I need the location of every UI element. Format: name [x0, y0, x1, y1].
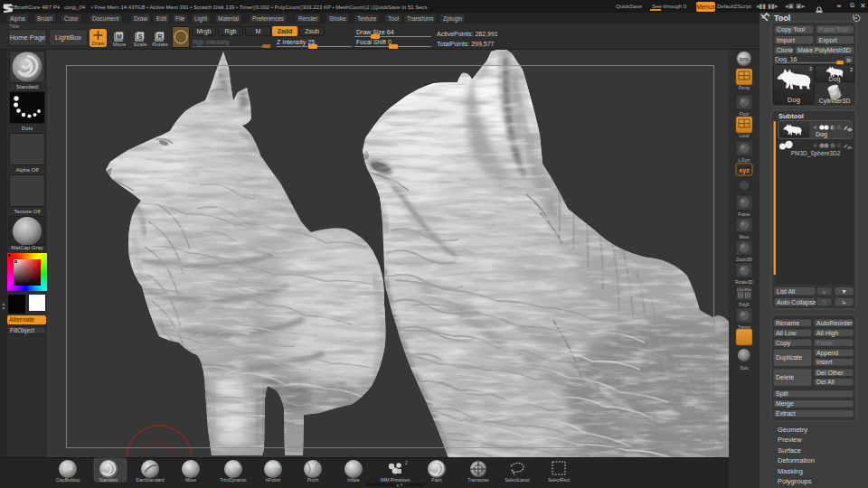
svg-text:Cylinder3D: Cylinder3D	[819, 98, 851, 105]
svg-text:Paste: Paste	[816, 340, 833, 346]
svg-text:Geometry: Geometry	[778, 426, 807, 434]
svg-text:▼: ▼	[841, 288, 847, 295]
svg-text:Export: Export	[819, 37, 837, 44]
svg-text:Del Other: Del Other	[816, 370, 844, 376]
svg-text:Copy: Copy	[776, 340, 791, 347]
svg-text:Insert: Insert	[816, 359, 833, 365]
svg-text:Delete: Delete	[776, 374, 794, 380]
svg-text:Make PolyMesh3D: Make PolyMesh3D	[797, 47, 851, 54]
svg-text:PM3D_Sphere3D2: PM3D_Sphere3D2	[791, 150, 841, 157]
svg-text:Append: Append	[816, 350, 838, 357]
svg-text:Auto Collapse: Auto Collapse	[777, 299, 816, 306]
svg-text:Paste Tool: Paste Tool	[819, 26, 849, 33]
svg-text:AutoReorder: AutoReorder	[816, 320, 853, 326]
svg-text:Tool: Tool	[774, 14, 790, 23]
svg-text:↷: ↷	[822, 299, 827, 305]
svg-text:Masking: Masking	[778, 467, 803, 475]
svg-text:Copy Tool: Copy Tool	[777, 26, 805, 33]
svg-text:Split: Split	[776, 390, 788, 398]
svg-text:↳: ↳	[842, 299, 846, 305]
svg-text:Clone: Clone	[777, 47, 793, 53]
svg-text:Dog. 16: Dog. 16	[775, 56, 797, 63]
svg-text:Subtool: Subtool	[778, 112, 804, 120]
svg-text:Merge: Merge	[776, 400, 794, 408]
svg-text:Duplicate: Duplicate	[776, 354, 802, 361]
svg-text:Import: Import	[777, 37, 795, 44]
svg-text:Surface: Surface	[778, 446, 801, 455]
svg-text:All Low: All Low	[776, 330, 797, 336]
svg-text:Dog: Dog	[816, 131, 827, 138]
svg-text:Dog: Dog	[829, 76, 841, 83]
svg-text:Polygroups: Polygroups	[778, 477, 812, 485]
svg-text:Deformation: Deformation	[778, 456, 815, 465]
svg-text:▲: ▲	[821, 288, 827, 295]
svg-text:List All: List All	[777, 288, 796, 295]
svg-text:Preview: Preview	[778, 436, 802, 444]
svg-text:All High: All High	[816, 330, 838, 337]
svg-text:R: R	[847, 58, 852, 63]
svg-text:Dog: Dog	[788, 96, 800, 104]
svg-text:Rename: Rename	[776, 320, 800, 326]
svg-text:Del All: Del All	[816, 379, 835, 385]
svg-text:Extract: Extract	[776, 410, 796, 417]
